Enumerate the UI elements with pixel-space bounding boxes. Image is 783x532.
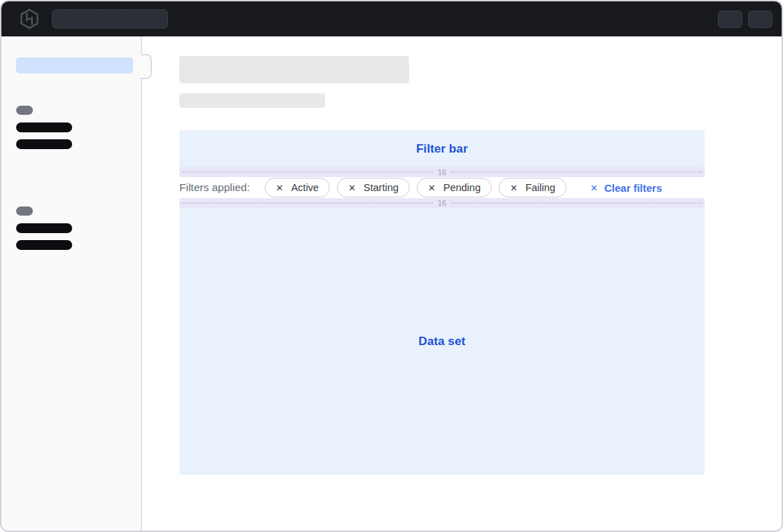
main-content: Filter bar 16 Filters applied: ✕ Active (142, 36, 782, 531)
filters-applied-row: Filters applied: ✕ Active ✕ Starting ✕ P… (179, 177, 705, 198)
clear-filters-x-icon: ✕ (590, 183, 598, 193)
data-set-zone: Data set (179, 208, 705, 475)
sidebar (1, 36, 142, 531)
filters-applied-label: Filters applied: (179, 181, 250, 194)
search-input-skeleton[interactable] (52, 9, 168, 29)
data-set-zone-label: Data set (419, 335, 466, 349)
top-navigation-bar (1, 1, 782, 36)
sidebar-section-label-skeleton-1 (16, 106, 33, 115)
app-window: Filter bar 16 Filters applied: ✕ Active (0, 0, 783, 532)
remove-filter-icon[interactable]: ✕ (276, 183, 284, 192)
spacing-value-label: 16 (434, 200, 450, 207)
filter-pill-failing[interactable]: ✕ Failing (499, 178, 567, 197)
remove-filter-icon[interactable]: ✕ (510, 183, 518, 192)
sidebar-item-skeleton[interactable] (16, 240, 72, 250)
filter-pill-active[interactable]: ✕ Active (265, 178, 330, 197)
app-mockup-page: Filter bar 16 Filters applied: ✕ Active (0, 0, 783, 532)
sidebar-selected-item-skeleton[interactable] (16, 57, 133, 74)
clear-filters-label: Clear filters (604, 182, 663, 194)
filter-pill-label: Pending (443, 182, 480, 193)
page-title-skeleton (179, 56, 409, 83)
sidebar-item-skeleton[interactable] (16, 223, 72, 233)
clear-filters-link[interactable]: ✕ Clear filters (590, 182, 662, 194)
window-body: Filter bar 16 Filters applied: ✕ Active (1, 36, 782, 531)
remove-filter-icon[interactable]: ✕ (348, 183, 356, 192)
sidebar-section-label-skeleton-2 (16, 206, 33, 216)
page-subtitle-skeleton (179, 93, 325, 108)
filter-pill-label: Failing (525, 182, 555, 193)
sidebar-item-skeleton[interactable] (16, 139, 72, 149)
sidebar-collapse-handle[interactable] (141, 54, 152, 79)
filter-pill-label: Starting (363, 182, 399, 193)
filter-pill-label: Active (291, 182, 319, 193)
filter-pill-pending[interactable]: ✕ Pending (417, 178, 492, 197)
remove-filter-icon[interactable]: ✕ (428, 183, 436, 192)
filter-bar-zone: Filter bar (179, 130, 705, 167)
filter-pill-starting[interactable]: ✕ Starting (337, 178, 410, 197)
sidebar-item-skeleton[interactable] (16, 122, 72, 132)
filter-bar-zone-label: Filter bar (416, 142, 468, 156)
topbar-action-skeleton-1[interactable] (718, 10, 742, 28)
topbar-action-skeleton-2[interactable] (748, 10, 772, 28)
spacing-annotation-top: 16 (179, 167, 705, 177)
spacing-value-label: 16 (434, 169, 450, 176)
content-stack: Filter bar 16 Filters applied: ✕ Active (179, 130, 705, 475)
spacing-annotation-bottom: 16 (179, 198, 705, 208)
hashicorp-logo-icon (19, 8, 40, 29)
